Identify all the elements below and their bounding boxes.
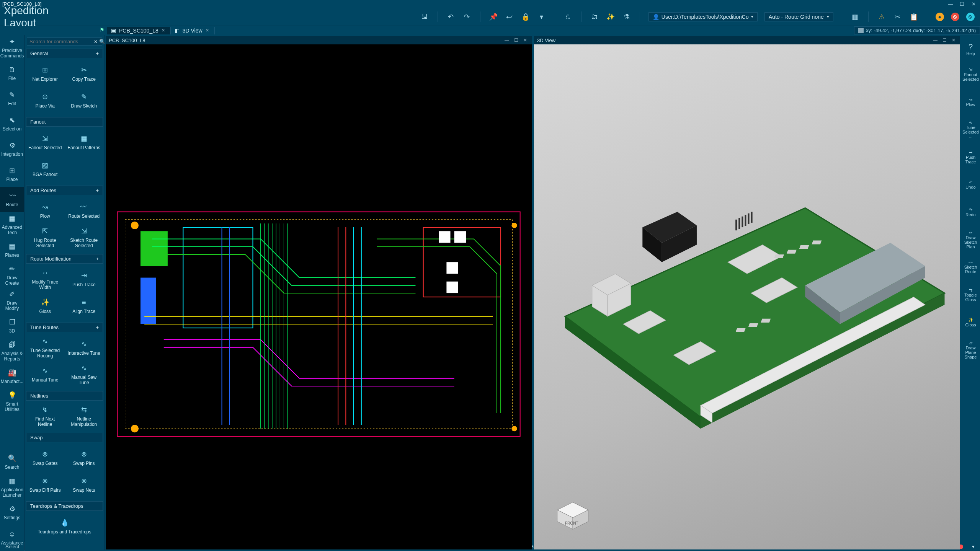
rail-route[interactable]: 〰Route [0, 187, 24, 212]
cmd-net-explorer[interactable]: ⊞Net Explorer [26, 60, 64, 86]
plus-icon[interactable]: + [96, 324, 99, 330]
pcb-canvas[interactable] [106, 44, 532, 549]
section-head[interactable]: Add Routes+ [26, 186, 103, 195]
section-head[interactable]: Teardrops & Tracedrops [26, 501, 103, 511]
vp-maximize-icon[interactable]: ☐ [513, 37, 519, 43]
cmd-netline-manipulation[interactable]: ⇆Netline Manipulation [65, 403, 103, 429]
section-head[interactable]: Fanout [26, 117, 103, 127]
sheet-icon[interactable]: ▥ [851, 12, 860, 21]
rail-advanced-tech[interactable]: ▦Advanced Tech [0, 212, 24, 237]
close-icon[interactable]: ✕ [206, 28, 209, 33]
rail-integration[interactable]: ⚙Integration [0, 136, 24, 161]
rr-toggle-gloss[interactable]: ⇆Toggle Gloss [962, 281, 980, 308]
previous-icon[interactable]: ⮐ [505, 12, 514, 21]
warn-icon[interactable]: ⚠ [877, 12, 886, 21]
clear-icon[interactable]: ✕ [94, 39, 98, 44]
pin-icon[interactable]: 📌 [489, 12, 498, 21]
cmd-push-trace[interactable]: ⇥Push Trace [65, 266, 103, 292]
cmd-teardrops-and-tracedrops[interactable]: 💧Teardrops and Tracedrops [26, 513, 103, 539]
rr-plow[interactable]: ↝Plow [962, 88, 980, 116]
cmd-sketch-route-selected[interactable]: ⇲Sketch Route Selected [65, 224, 103, 250]
cmd-modify-trace-width[interactable]: ↔Modify Trace Width [26, 266, 64, 292]
vp-minimize-icon[interactable]: — [932, 37, 939, 43]
rr-sketch-route[interactable]: 〰Sketch Route [962, 253, 980, 281]
layer-icon[interactable]: 🗂 [590, 12, 599, 21]
status-dot-cyan-icon[interactable]: ⦸ [966, 13, 975, 21]
paste-icon[interactable]: 📋 [909, 12, 918, 21]
rr-draw-plane-shape[interactable]: ▱Draw Plane Shape [962, 336, 980, 364]
rail-place[interactable]: ⊞Place [0, 161, 24, 187]
tool1-icon[interactable]: ⎌ [564, 12, 573, 21]
lock-icon[interactable]: 🔒 [521, 12, 530, 21]
plus-icon[interactable]: + [96, 187, 99, 193]
rail-planes[interactable]: ▤Planes [0, 237, 24, 262]
plus-icon[interactable]: + [96, 256, 99, 262]
rr-gloss[interactable]: ✨Gloss [962, 308, 980, 336]
close-icon[interactable]: ✕ [162, 28, 165, 33]
rr-fanout-selected[interactable]: ⇲Fanout Selected [962, 60, 980, 88]
section-head[interactable]: Route Modification+ [26, 254, 103, 264]
cmd-route-selected[interactable]: 〰Route Selected [65, 197, 103, 223]
redo-icon[interactable]: ↷ [462, 12, 472, 21]
rail-selection[interactable]: ⬉Selection [0, 111, 24, 136]
vp-close-icon[interactable]: ✕ [522, 37, 529, 43]
rr-push-trace[interactable]: ⇥Push Trace [962, 143, 980, 171]
rail-manufacture[interactable]: 🏭Manufact... [0, 364, 24, 389]
undo-icon[interactable]: ↶ [446, 12, 456, 21]
cmd-gloss[interactable]: ✨Gloss [26, 293, 64, 319]
window-minimize-button[interactable]: — [946, 1, 955, 7]
cmd-place-via[interactable]: ⊙Place Via [26, 87, 64, 113]
panel-pin-icon[interactable]: ⚑ [100, 27, 105, 33]
rail-analysis-reports[interactable]: 🗐Analysis & Reports [0, 338, 24, 364]
filter-icon[interactable]: ⚗ [622, 12, 631, 21]
rr-tune-selected[interactable]: ∿Tune Selected ... [962, 116, 980, 143]
window-maximize-button[interactable]: ☐ [958, 1, 966, 7]
highlight-icon[interactable]: ✨ [606, 12, 615, 21]
threed-canvas[interactable]: FRONT [534, 44, 960, 549]
dropdown-icon[interactable]: ▾ [537, 12, 546, 21]
cmd-manual-saw-tune[interactable]: ∿Manual Saw Tune [65, 361, 103, 387]
user-template-dropdown[interactable]: 👤 User:D:\TemplatesTools\XpeditionCo ▾ [648, 12, 758, 21]
cmd-swap-nets[interactable]: ⊗Swap Nets [65, 471, 103, 497]
cmd-swap-gates[interactable]: ⊗Swap Gates [26, 445, 64, 471]
section-head[interactable]: Netlines [26, 391, 103, 401]
status-dot-orange-icon[interactable]: ● [936, 13, 944, 21]
window-close-button[interactable]: ✕ [969, 1, 978, 7]
section-head[interactable]: Swap [26, 433, 103, 442]
rail-smart-utilities[interactable]: 💡Smart Utilities [0, 389, 24, 414]
rr-undo[interactable]: ↶Undo [962, 171, 980, 198]
rail-search[interactable]: 🔍Search [0, 449, 24, 474]
cut-icon[interactable]: ✂ [893, 12, 902, 21]
rail-file[interactable]: 🗎File [0, 60, 24, 86]
rail-edit[interactable]: ✎Edit [0, 86, 24, 111]
cmd-copy-trace[interactable]: ✂Copy Trace [65, 60, 103, 86]
cmd-tune-selected-routing[interactable]: ∿Tune Selected Routing [26, 334, 64, 360]
cmd-plow[interactable]: ↝Plow [26, 197, 64, 223]
rail-settings[interactable]: ⚙Settings [0, 500, 24, 525]
cmd-manual-tune[interactable]: ∿Manual Tune [26, 361, 64, 387]
rail-application-launcher[interactable]: ▦Application Launcher [0, 474, 24, 500]
rail-draw-modify[interactable]: ✐Draw Modify [0, 288, 24, 313]
tab-3dview[interactable]: ◧ 3D View ✕ [171, 27, 215, 34]
vp-close-icon[interactable]: ✕ [950, 37, 957, 43]
rail-draw-create[interactable]: ✏Draw Create [0, 262, 24, 288]
search-icon[interactable]: 🔍 [99, 39, 105, 44]
tab-pcb[interactable]: ▣ PCB_SC100_L8 ✕ [107, 27, 171, 34]
cmd-bga-fanout[interactable]: ▨BGA Fanout [26, 156, 64, 182]
status-dot-red-icon[interactable]: ⦸ [951, 13, 959, 21]
help-button[interactable]: ?Help [962, 37, 980, 60]
vp-minimize-icon[interactable]: — [503, 37, 510, 43]
rr-redo[interactable]: ↷Redo [962, 198, 980, 226]
cmd-fanout-selected[interactable]: ⇲Fanout Selected [26, 129, 64, 155]
cmd-swap-pins[interactable]: ⊗Swap Pins [65, 445, 103, 471]
command-search-input[interactable] [29, 39, 94, 44]
route-mode-dropdown[interactable]: Auto - Route Grid none ▾ [764, 12, 833, 21]
cmd-find-next-netline[interactable]: ↯Find Next Netline [26, 403, 64, 429]
cmd-interactive-tune[interactable]: ∿Interactive Tune [65, 334, 103, 360]
save-icon[interactable]: 🖫 [420, 12, 429, 21]
cmd-align-trace[interactable]: ≡Align Trace [65, 293, 103, 319]
section-head[interactable]: General+ [26, 49, 103, 58]
rail-predictive-commands[interactable]: ✦Predictive Commands [0, 35, 24, 60]
status-menu-icon[interactable]: ▾ [972, 544, 975, 549]
plus-icon[interactable]: + [96, 51, 99, 56]
